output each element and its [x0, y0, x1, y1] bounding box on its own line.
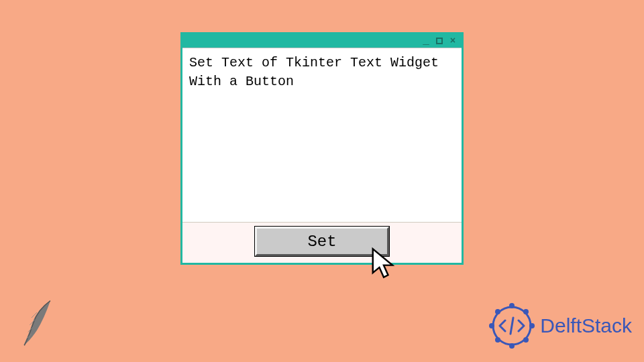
set-button-label: Set — [307, 233, 336, 251]
text-widget[interactable]: Set Text of Tkinter Text Widget With a B… — [182, 48, 462, 222]
feather-icon — [17, 296, 57, 350]
delftstack-logo-icon — [488, 302, 536, 350]
close-button[interactable]: × — [448, 36, 458, 46]
maximize-icon — [436, 38, 443, 44]
minimize-button[interactable]: _ — [421, 36, 431, 46]
minimize-icon: _ — [423, 39, 429, 43]
button-row: Set — [182, 222, 462, 263]
maximize-button[interactable] — [435, 36, 444, 46]
svg-point-5 — [509, 343, 515, 349]
svg-point-6 — [495, 337, 500, 343]
brand: DelftStack — [488, 302, 632, 350]
text-widget-content: Set Text of Tkinter Text Widget With a B… — [189, 55, 439, 89]
svg-point-2 — [523, 309, 529, 314]
titlebar[interactable]: _ × — [182, 34, 462, 48]
close-icon: × — [450, 36, 455, 46]
svg-point-7 — [489, 323, 494, 328]
svg-point-8 — [495, 309, 500, 314]
svg-point-1 — [509, 303, 515, 308]
brand-name: DelftStack — [540, 314, 632, 337]
set-button[interactable]: Set — [255, 227, 389, 256]
svg-point-3 — [529, 323, 535, 328]
svg-point-4 — [523, 337, 529, 343]
tkinter-window: _ × Set Text of Tkinter Text Widget With… — [180, 32, 464, 265]
